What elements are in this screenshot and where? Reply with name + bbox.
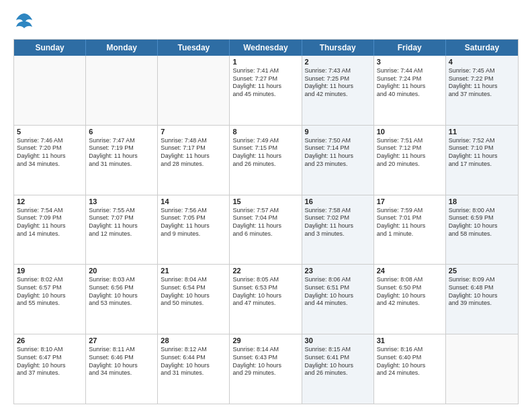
calendar-cell: 19Sunrise: 8:02 AMSunset: 6:57 PMDayligh… (14, 265, 86, 334)
cell-info-line: Sunrise: 7:52 AM (449, 137, 515, 145)
cell-info-line: Daylight: 10 hours (305, 362, 371, 370)
cell-info-line: Daylight: 10 hours (161, 292, 226, 300)
cell-info-line: Sunset: 6:47 PM (17, 354, 83, 362)
day-number: 16 (305, 197, 371, 205)
cell-info-line: and 53 minutes. (89, 300, 154, 308)
day-number: 4 (449, 58, 515, 66)
cell-info-line: Sunrise: 8:11 AM (89, 346, 154, 354)
calendar-cell: 3Sunrise: 7:44 AMSunset: 7:24 PMDaylight… (374, 56, 446, 125)
cell-info-line: Sunset: 7:01 PM (377, 214, 443, 222)
calendar-cell (446, 334, 518, 404)
cell-info-line: Daylight: 11 hours (17, 222, 83, 230)
cell-info-line: Sunrise: 7:46 AM (17, 137, 83, 145)
cell-info-line: Sunset: 7:25 PM (305, 75, 371, 83)
day-number: 8 (232, 128, 298, 136)
cell-info-line: Sunrise: 7:59 AM (377, 207, 443, 215)
cell-info-line: Daylight: 11 hours (232, 83, 298, 91)
day-number: 24 (377, 267, 443, 275)
cell-info-line: and 24 minutes. (377, 369, 443, 377)
cell-info-line: Sunrise: 8:04 AM (161, 276, 226, 284)
day-header-monday: Monday (86, 40, 158, 56)
day-number: 15 (232, 197, 298, 205)
calendar-cell: 11Sunrise: 7:52 AMSunset: 7:10 PMDayligh… (446, 126, 518, 195)
cell-info-line: Daylight: 11 hours (232, 222, 298, 230)
cell-info-line: Daylight: 10 hours (232, 292, 298, 300)
cell-info-line: Sunrise: 8:16 AM (377, 346, 443, 354)
cell-info-line: Daylight: 11 hours (161, 222, 226, 230)
cell-info-line: Daylight: 11 hours (449, 83, 515, 91)
calendar-cell (86, 56, 158, 125)
calendar-row-2: 12Sunrise: 7:54 AMSunset: 7:09 PMDayligh… (14, 195, 518, 265)
calendar-cell: 27Sunrise: 8:11 AMSunset: 6:46 PMDayligh… (86, 334, 158, 404)
calendar-cell: 4Sunrise: 7:45 AMSunset: 7:22 PMDaylight… (446, 56, 518, 125)
day-number: 25 (449, 267, 515, 275)
cell-info-line: Sunset: 7:02 PM (305, 214, 371, 222)
cell-info-line: Sunset: 6:54 PM (161, 284, 226, 292)
day-number: 3 (377, 58, 443, 66)
cell-info-line: and 12 minutes. (89, 230, 154, 238)
day-number: 21 (161, 267, 226, 275)
cell-info-line: and 23 minutes. (305, 161, 371, 169)
calendar-cell: 14Sunrise: 7:56 AMSunset: 7:05 PMDayligh… (158, 195, 230, 265)
day-number: 28 (161, 336, 226, 345)
cell-info-line: Daylight: 10 hours (449, 292, 515, 300)
cell-info-line: Sunset: 7:19 PM (89, 144, 154, 152)
calendar-cell: 9Sunrise: 7:50 AMSunset: 7:14 PMDaylight… (302, 126, 374, 195)
cell-info-line: Sunset: 6:53 PM (232, 284, 298, 292)
day-number: 11 (449, 128, 515, 136)
cell-info-line: Daylight: 11 hours (161, 152, 226, 161)
calendar-cell: 28Sunrise: 8:12 AMSunset: 6:44 PMDayligh… (158, 334, 230, 404)
cell-info-line: and 28 minutes. (161, 161, 226, 169)
calendar-body: 1Sunrise: 7:41 AMSunset: 7:27 PMDaylight… (14, 56, 518, 404)
cell-info-line: Daylight: 10 hours (232, 362, 298, 370)
cell-info-line: and 31 minutes. (161, 369, 226, 377)
calendar-cell: 6Sunrise: 7:47 AMSunset: 7:19 PMDaylight… (86, 126, 158, 195)
calendar: SundayMondayTuesdayWednesdayThursdayFrid… (13, 39, 519, 404)
cell-info-line: and 45 minutes. (232, 91, 298, 99)
cell-info-line: Sunrise: 7:43 AM (305, 67, 371, 75)
cell-info-line: Daylight: 10 hours (161, 362, 226, 370)
calendar-cell: 24Sunrise: 8:08 AMSunset: 6:50 PMDayligh… (374, 265, 446, 334)
cell-info-line: Daylight: 10 hours (17, 292, 83, 300)
day-header-friday: Friday (374, 40, 446, 56)
cell-info-line: Daylight: 10 hours (377, 292, 443, 300)
day-number: 23 (305, 267, 371, 275)
cell-info-line: Daylight: 11 hours (89, 222, 154, 230)
cell-info-line: Sunrise: 8:05 AM (232, 276, 298, 284)
cell-info-line: Sunset: 7:14 PM (305, 144, 371, 152)
calendar-cell: 17Sunrise: 7:59 AMSunset: 7:01 PMDayligh… (374, 195, 446, 265)
day-number: 9 (305, 128, 371, 136)
cell-info-line: Sunset: 6:43 PM (232, 354, 298, 362)
cell-info-line: Sunrise: 8:10 AM (17, 346, 83, 354)
cell-info-line: Sunrise: 7:55 AM (89, 207, 154, 215)
cell-info-line: Daylight: 11 hours (89, 152, 154, 161)
cell-info-line: and 9 minutes. (161, 230, 226, 238)
calendar-cell: 22Sunrise: 8:05 AMSunset: 6:53 PMDayligh… (230, 265, 302, 334)
cell-info-line: and 31 minutes. (89, 161, 154, 169)
cell-info-line: Daylight: 11 hours (305, 152, 371, 161)
cell-info-line: Sunset: 6:51 PM (305, 284, 371, 292)
cell-info-line: and 14 minutes. (17, 230, 83, 238)
cell-info-line: Sunrise: 8:15 AM (305, 346, 371, 354)
calendar-cell: 25Sunrise: 8:09 AMSunset: 6:48 PMDayligh… (446, 265, 518, 334)
cell-info-line: Sunset: 6:56 PM (89, 284, 154, 292)
cell-info-line: Sunset: 6:46 PM (89, 354, 154, 362)
calendar-cell: 10Sunrise: 7:51 AMSunset: 7:12 PMDayligh… (374, 126, 446, 195)
cell-info-line: Sunset: 6:59 PM (449, 214, 515, 222)
cell-info-line: and 55 minutes. (17, 300, 83, 308)
calendar-cell: 20Sunrise: 8:03 AMSunset: 6:56 PMDayligh… (86, 265, 158, 334)
cell-info-line: Sunrise: 8:03 AM (89, 276, 154, 284)
cell-info-line: Sunset: 7:22 PM (449, 75, 515, 83)
cell-info-line: Sunset: 6:44 PM (161, 354, 226, 362)
cell-info-line: Sunset: 7:09 PM (17, 214, 83, 222)
calendar-cell: 30Sunrise: 8:15 AMSunset: 6:41 PMDayligh… (302, 334, 374, 404)
cell-info-line: Daylight: 11 hours (377, 222, 443, 230)
cell-info-line: Sunset: 6:40 PM (377, 354, 443, 362)
calendar-cell: 1Sunrise: 7:41 AMSunset: 7:27 PMDaylight… (230, 56, 302, 125)
cell-info-line: and 40 minutes. (377, 91, 443, 99)
cell-info-line: Sunrise: 7:51 AM (377, 137, 443, 145)
cell-info-line: Daylight: 10 hours (305, 292, 371, 300)
calendar-cell (158, 56, 230, 125)
cell-info-line: Sunset: 7:05 PM (161, 214, 226, 222)
day-number: 10 (377, 128, 443, 136)
